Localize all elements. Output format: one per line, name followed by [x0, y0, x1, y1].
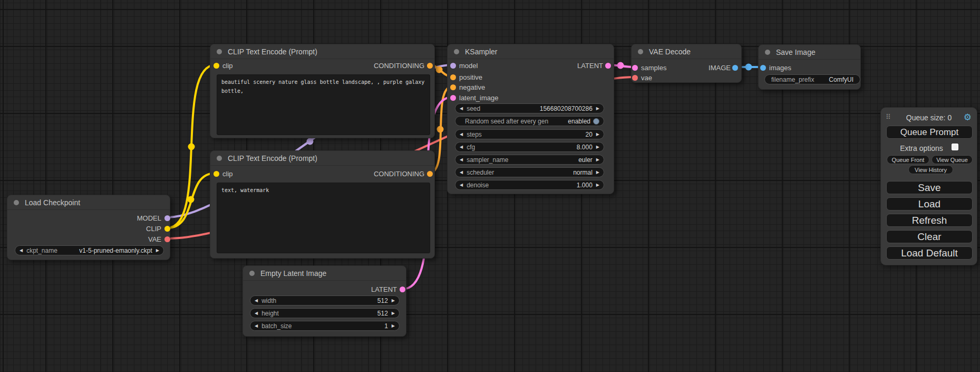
widget-value[interactable]: 1	[384, 322, 388, 330]
decrement-arrow-icon[interactable]: ◀	[255, 324, 258, 328]
prompt-textarea[interactable]: text, watermark	[217, 183, 430, 253]
decrement-arrow-icon[interactable]: ◀	[255, 299, 258, 303]
toggle-indicator-icon[interactable]	[593, 118, 599, 125]
node-title-bar[interactable]: Load Checkpoint	[7, 195, 170, 210]
settings-gear-icon[interactable]: ⚙	[964, 112, 972, 123]
output-label: VAE	[148, 235, 161, 243]
widget-width[interactable]: ◀ width 512 ▶	[250, 295, 400, 306]
input-label: images	[769, 64, 791, 72]
widget-value[interactable]: euler	[578, 156, 593, 164]
output-label: LATENT	[371, 285, 397, 293]
output-label: CLIP	[146, 225, 161, 233]
widget-value[interactable]: 156680208700286	[540, 105, 593, 112]
input-port-positive[interactable]	[450, 74, 456, 80]
widget-scheduler[interactable]: ◀ scheduler normal ▶	[455, 167, 604, 177]
increment-arrow-icon[interactable]: ▶	[596, 107, 599, 111]
widget-value[interactable]: 1.000	[577, 182, 593, 189]
decrement-arrow-icon[interactable]: ◀	[460, 107, 463, 111]
output-port-image[interactable]	[732, 65, 738, 71]
output-port-clip[interactable]	[164, 226, 170, 232]
widget-label: filename_prefix	[771, 76, 814, 83]
widget-label: ckpt_name	[26, 247, 57, 254]
increment-arrow-icon[interactable]: ▶	[596, 170, 599, 175]
refresh-button[interactable]: Refresh	[886, 214, 973, 227]
collapse-dot-icon[interactable]	[638, 49, 643, 54]
input-port-model[interactable]	[450, 63, 456, 69]
node-title-bar[interactable]: KSampler	[448, 44, 614, 59]
collapse-dot-icon[interactable]	[765, 50, 770, 55]
output-port-vae[interactable]	[164, 236, 170, 242]
decrement-arrow-icon[interactable]: ◀	[460, 170, 463, 175]
collapse-dot-icon[interactable]	[217, 49, 222, 54]
collapse-dot-icon[interactable]	[14, 200, 19, 205]
input-label: latent_image	[459, 94, 498, 102]
widget-cfg[interactable]: ◀ cfg 8.000 ▶	[455, 142, 604, 152]
decrement-arrow-icon[interactable]: ◀	[460, 158, 463, 162]
increment-arrow-icon[interactable]: ▶	[392, 311, 395, 316]
widget-value[interactable]: 512	[377, 297, 388, 304]
input-port-latent-image[interactable]	[450, 95, 456, 101]
output-port-conditioning[interactable]	[427, 171, 433, 177]
node-title-bar[interactable]: Empty Latent Image	[243, 266, 406, 281]
view-history-button[interactable]: View History	[908, 165, 953, 174]
increment-arrow-icon[interactable]: ▶	[392, 299, 395, 303]
load-default-button[interactable]: Load Default	[886, 246, 973, 260]
output-port-model[interactable]	[164, 215, 170, 221]
queue-prompt-button[interactable]: Queue Prompt	[886, 126, 973, 139]
node-title: CLIP Text Encode (Prompt)	[228, 47, 317, 56]
input-port-negative[interactable]	[450, 84, 456, 90]
input-port-clip[interactable]	[214, 171, 219, 177]
increment-arrow-icon[interactable]: ▶	[392, 324, 395, 328]
widget-height[interactable]: ◀ height 512 ▶	[250, 308, 400, 318]
widget-value[interactable]: ComfyUI	[829, 76, 853, 83]
widget-steps[interactable]: ◀ steps 20 ▶	[455, 129, 604, 139]
widget-seed[interactable]: ◀ seed 156680208700286 ▶	[455, 103, 604, 113]
increment-arrow-icon[interactable]: ▶	[596, 132, 599, 137]
collapse-dot-icon[interactable]	[454, 49, 459, 54]
input-port-samples[interactable]	[632, 65, 638, 71]
widget-value[interactable]: v1-5-pruned-emaonly.ckpt	[79, 247, 152, 254]
widget-filename-prefix[interactable]: filename_prefix ComfyUI	[764, 74, 860, 84]
decrement-arrow-icon[interactable]: ◀	[460, 132, 463, 137]
decrement-arrow-icon[interactable]: ◀	[460, 145, 463, 149]
output-port-latent[interactable]	[400, 287, 405, 292]
widget-batch-size[interactable]: ◀ batch_size 1 ▶	[250, 321, 400, 331]
widget-random-seed-toggle[interactable]: Random seed after every gen enabled	[455, 116, 604, 126]
prompt-textarea[interactable]: beautiful scenery nature glass bottle la…	[217, 74, 430, 135]
widget-value[interactable]: 8.000	[577, 144, 593, 151]
output-port-latent[interactable]	[605, 63, 611, 69]
extra-options-checkbox[interactable]	[952, 144, 958, 150]
input-port-vae[interactable]	[632, 75, 638, 81]
input-port-clip[interactable]	[214, 63, 219, 69]
view-queue-button[interactable]: View Queue	[932, 155, 973, 164]
output-port-conditioning[interactable]	[427, 63, 433, 69]
queue-front-button[interactable]: Queue Front	[887, 155, 929, 164]
save-button[interactable]: Save	[886, 181, 973, 194]
widget-sampler-name[interactable]: ◀ sampler_name euler ▶	[455, 155, 604, 165]
decrement-arrow-icon[interactable]: ◀	[460, 183, 463, 187]
widget-value[interactable]: 512	[377, 310, 388, 317]
decrement-arrow-icon[interactable]: ◀	[255, 311, 258, 316]
decrement-arrow-icon[interactable]: ◀	[20, 249, 23, 253]
widget-value[interactable]: normal	[573, 169, 593, 176]
collapse-dot-icon[interactable]	[249, 271, 255, 276]
increment-arrow-icon[interactable]: ▶	[596, 183, 599, 187]
widget-value[interactable]: 20	[585, 131, 592, 138]
node-title-bar[interactable]: CLIP Text Encode (Prompt)	[210, 44, 434, 59]
node-title-bar[interactable]: Save Image	[759, 45, 860, 60]
widget-denoise[interactable]: ◀ denoise 1.000 ▶	[455, 180, 604, 190]
input-label: clip	[222, 62, 233, 70]
node-title-bar[interactable]: CLIP Text Encode (Prompt)	[210, 151, 434, 166]
widget-ckpt-name[interactable]: ◀ ckpt_name v1-5-pruned-emaonly.ckpt ▶	[15, 245, 164, 255]
input-label: vae	[641, 74, 652, 82]
input-port-images[interactable]	[760, 65, 766, 71]
input-label: samples	[641, 64, 666, 72]
clear-button[interactable]: Clear	[886, 230, 973, 243]
increment-arrow-icon[interactable]: ▶	[596, 145, 599, 149]
collapse-dot-icon[interactable]	[217, 156, 222, 161]
increment-arrow-icon[interactable]: ▶	[596, 158, 599, 162]
increment-arrow-icon[interactable]: ▶	[156, 249, 159, 253]
comfyui-canvas[interactable]: { "icons": { "left_arrow": "◀", "right_a…	[0, 0, 980, 372]
node-title-bar[interactable]: VAE Decode	[632, 44, 741, 59]
load-button[interactable]: Load	[886, 197, 973, 211]
